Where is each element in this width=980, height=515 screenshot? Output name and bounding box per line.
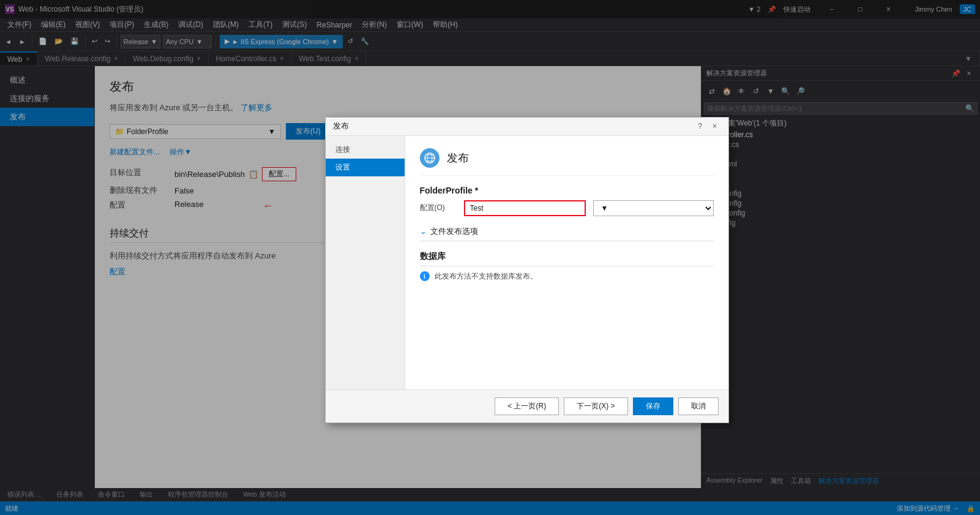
db-title: 数据库 [420, 251, 714, 266]
dialog-help-btn[interactable]: ? [694, 120, 706, 132]
next-button[interactable]: 下一页(X) > [564, 397, 627, 415]
dialog-content: 发布 FolderProfile * 配置(O) ▼ ⌄ [405, 136, 728, 389]
dialog-body: 连接 设置 发布 [326, 136, 728, 389]
prev-button[interactable]: < 上一页(R) [495, 397, 559, 415]
globe-icon [424, 152, 435, 164]
dialog-overlay: 发布 ? × 连接 设置 [0, 0, 980, 515]
dialog-header-icon [420, 148, 440, 168]
file-publish-label: 文件发布选项 [430, 226, 478, 237]
dialog-close-btn[interactable]: × [709, 120, 721, 132]
db-info-text: 此发布方法不支持数据库发布。 [435, 271, 537, 282]
folder-profile-title: FolderProfile * [420, 186, 714, 195]
db-section: 数据库 i 此发布方法不支持数据库发布。 [420, 251, 714, 282]
config-field-select[interactable]: ▼ [593, 200, 714, 216]
save-button[interactable]: 保存 [633, 397, 673, 415]
info-icon: i [420, 271, 430, 281]
config-field-input[interactable] [464, 200, 586, 216]
publish-dialog: 发布 ? × 连接 设置 [325, 117, 729, 423]
config-field-row: 配置(O) ▼ [420, 200, 714, 216]
dialog-titlebar: 发布 ? × [326, 118, 728, 136]
file-publish-section: ⌄ 文件发布选项 [420, 226, 714, 241]
dialog-nav: 连接 设置 [326, 136, 405, 389]
dialog-nav-settings[interactable]: 设置 [326, 159, 405, 176]
dialog-controls: ? × [694, 120, 721, 132]
db-info-row: i 此发布方法不支持数据库发布。 [420, 271, 714, 282]
config-field-label: 配置(O) [420, 203, 457, 213]
dialog-title: 发布 [333, 121, 349, 132]
folder-profile-section: FolderProfile * 配置(O) ▼ [420, 186, 714, 216]
dialog-nav-connect[interactable]: 连接 [326, 141, 405, 159]
cancel-button[interactable]: 取消 [678, 397, 719, 415]
dialog-header-title: 发布 [447, 151, 469, 165]
dialog-header: 发布 [420, 148, 714, 176]
file-publish-collapse-btn[interactable]: ⌄ [420, 227, 427, 236]
dialog-footer: < 上一页(R) 下一页(X) > 保存 取消 [326, 389, 728, 423]
